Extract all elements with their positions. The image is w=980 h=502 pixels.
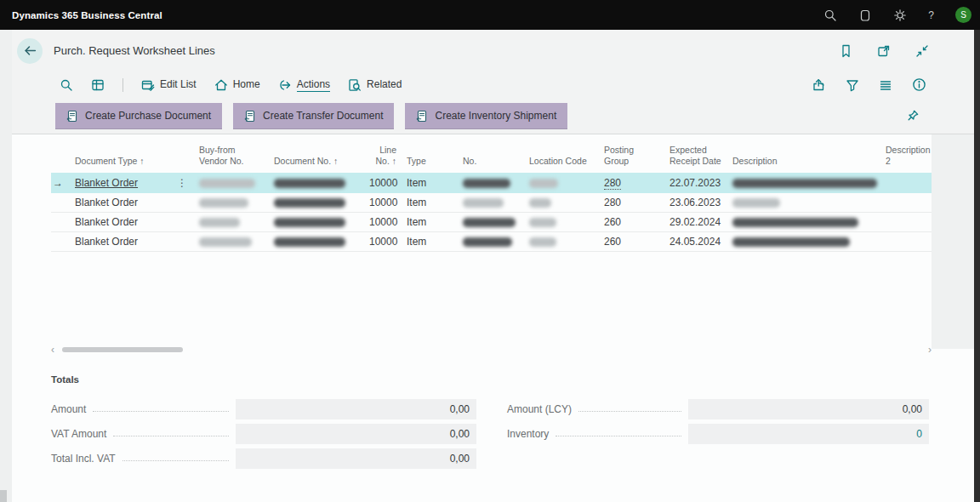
cell-expected-receipt-date[interactable]: 23.06.2023 <box>664 192 727 212</box>
cell-document-no[interactable] <box>269 173 364 192</box>
cell-type[interactable]: Item <box>402 192 458 212</box>
cell-description-2[interactable] <box>880 212 932 231</box>
cell-type[interactable]: Item <box>402 231 458 251</box>
actions-tab[interactable]: Actions <box>278 78 330 92</box>
cell-description-2[interactable] <box>880 231 932 251</box>
back-button[interactable] <box>17 38 43 64</box>
dotted-leader <box>122 460 229 461</box>
cell-type[interactable]: Item <box>402 212 458 231</box>
rounded-square-icon[interactable] <box>858 9 872 22</box>
layout-options-icon[interactable] <box>879 78 892 92</box>
search-icon[interactable] <box>823 9 837 22</box>
cell-location-code[interactable] <box>524 192 599 212</box>
cell-posting-group[interactable]: 260 <box>599 231 664 251</box>
column-header-expected-receipt-date[interactable]: Expected Receipt Date <box>664 134 727 173</box>
cell-no[interactable] <box>458 192 524 212</box>
cell-value: Blanket Order <box>75 236 138 248</box>
cell-vendor-no[interactable] <box>194 173 269 192</box>
cell-description[interactable] <box>727 192 880 212</box>
related-tab[interactable]: Related <box>348 78 402 92</box>
column-header-description[interactable]: Description <box>727 134 880 173</box>
column-header-vendor-no[interactable]: Buy-from Vendor No. <box>194 134 269 173</box>
cell-line-no[interactable]: 10000 <box>364 212 402 231</box>
cell-location-code[interactable] <box>524 231 599 251</box>
table-row[interactable]: →Blanket Order⋮10000Item28022.07.2023 <box>51 173 932 192</box>
column-header-description-2[interactable]: Description 2 <box>880 134 932 173</box>
cell-vendor-no[interactable] <box>194 212 269 231</box>
cell-no[interactable] <box>458 173 524 192</box>
top-navigation-bar: Dynamics 365 Business Central ? S <box>0 0 980 30</box>
table-row[interactable]: Blanket Order10000Item26024.05.2024 <box>51 231 932 251</box>
totals-field-value: 0,00 <box>450 453 470 465</box>
cell-document-no[interactable] <box>269 192 364 212</box>
totals-field-label: Total Incl. VAT <box>51 453 116 465</box>
cell-vendor-no[interactable] <box>194 231 269 251</box>
cell-line-no[interactable]: 10000 <box>364 192 402 212</box>
cell-document-type[interactable]: Blanket Order <box>70 192 194 212</box>
totals-field-value[interactable]: 0 <box>916 428 922 440</box>
row-menu-icon[interactable]: ⋮ <box>175 177 189 189</box>
cell-posting-group[interactable]: 280 <box>599 192 664 212</box>
home-tab[interactable]: Home <box>214 78 260 92</box>
cell-value[interactable]: Blanket Order <box>75 177 138 189</box>
cell-document-no[interactable] <box>269 212 364 231</box>
cell-location-code[interactable] <box>524 173 599 192</box>
edit-list-button[interactable]: Edit List <box>141 78 197 92</box>
info-icon[interactable] <box>912 77 926 92</box>
share-icon[interactable] <box>812 78 826 92</box>
cell-document-no[interactable] <box>269 231 364 251</box>
cell-document-type[interactable]: Blanket Order <box>70 231 194 251</box>
table-row[interactable]: Blanket Order10000Item26029.02.2024 <box>51 212 932 231</box>
column-header-line-no[interactable]: Line No. ↑ <box>364 134 402 173</box>
cell-expected-receipt-date[interactable]: 22.07.2023 <box>664 173 727 192</box>
row-selector-cell[interactable] <box>51 192 70 212</box>
cell-no[interactable] <box>458 231 524 251</box>
row-selector-cell[interactable] <box>51 212 70 231</box>
cell-line-no[interactable]: 10000 <box>364 173 402 192</box>
cell-expected-receipt-date[interactable]: 24.05.2024 <box>664 231 727 251</box>
pin-icon[interactable] <box>906 109 920 123</box>
create-inventory-shipment-button[interactable]: Create Inventory Shipment <box>405 103 567 129</box>
cell-expected-receipt-date[interactable]: 29.02.2024 <box>664 212 727 231</box>
column-header-posting-group[interactable]: Posting Group <box>599 134 664 173</box>
cell-description[interactable] <box>727 173 880 192</box>
bookmark-icon[interactable] <box>840 44 852 58</box>
cell-location-code[interactable] <box>524 212 599 231</box>
scroll-right-icon[interactable]: › <box>923 344 932 356</box>
filter-icon[interactable] <box>846 78 859 92</box>
create-purchase-document-button[interactable]: Create Purchase Document <box>55 103 222 129</box>
analyze-icon[interactable] <box>91 78 105 92</box>
scrollbar-thumb[interactable] <box>62 347 183 352</box>
cell-posting-group[interactable]: 260 <box>599 212 664 231</box>
create-transfer-document-button[interactable]: Create Transfer Document <box>233 103 394 129</box>
column-header-document-type[interactable]: Document Type ↑ <box>70 134 194 173</box>
row-selector-cell[interactable] <box>51 231 70 251</box>
column-header-location-code[interactable]: Location Code <box>524 134 599 173</box>
column-header-type[interactable]: Type <box>402 134 458 173</box>
open-in-new-window-icon[interactable] <box>877 44 891 58</box>
row-selector-cell[interactable]: → <box>51 173 70 192</box>
scroll-left-icon[interactable]: ‹ <box>51 344 60 356</box>
cell-description[interactable] <box>727 231 880 251</box>
cell-no[interactable] <box>458 212 524 231</box>
cell-description-2[interactable] <box>880 173 932 192</box>
cell-description[interactable] <box>727 212 880 231</box>
help-icon[interactable]: ? <box>928 9 934 21</box>
cell-type[interactable]: Item <box>402 173 458 192</box>
cell-document-type[interactable]: Blanket Order <box>70 212 194 231</box>
user-avatar[interactable]: S <box>955 7 971 23</box>
column-header-document-no[interactable]: Document No. ↑ <box>269 134 364 173</box>
cell-line-no[interactable]: 10000 <box>364 231 402 251</box>
cell-vendor-no[interactable] <box>194 192 269 212</box>
collapse-icon[interactable] <box>915 44 929 58</box>
cell-posting-group[interactable]: 280 <box>599 173 664 192</box>
cell-description-2[interactable] <box>880 192 932 212</box>
search-list-icon[interactable] <box>60 78 73 92</box>
redacted-value <box>463 179 510 188</box>
cell-document-type[interactable]: Blanket Order⋮ <box>70 173 194 192</box>
table-row[interactable]: Blanket Order10000Item28023.06.2023 <box>51 192 932 212</box>
gear-icon[interactable] <box>893 9 907 22</box>
cell-value[interactable]: 280 <box>604 177 621 190</box>
column-header-no[interactable]: No. <box>458 134 524 173</box>
horizontal-scrollbar[interactable]: ‹ › <box>51 343 932 357</box>
